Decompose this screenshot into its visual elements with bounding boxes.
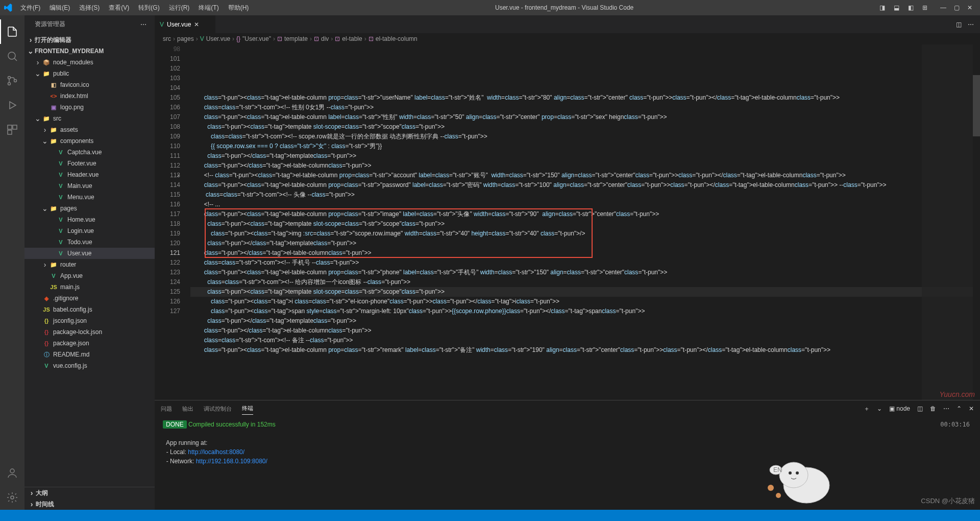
network-url-link[interactable]: http://192.168.0.109:8080/ bbox=[196, 458, 267, 465]
panel-tab-terminal[interactable]: 终端 bbox=[242, 402, 253, 415]
tree-item-src[interactable]: ⌄📁src bbox=[24, 113, 155, 124]
file-icon: ⓘ bbox=[42, 351, 51, 359]
tree-item-logo-png[interactable]: ▣logo.png bbox=[24, 102, 155, 113]
menu-go[interactable]: 转到(G) bbox=[134, 2, 163, 14]
titlebar: 文件(F) 编辑(E) 选择(S) 查看(V) 转到(G) 运行(R) 终端(T… bbox=[0, 0, 980, 15]
outline-section[interactable]: › 大纲 bbox=[24, 487, 155, 499]
chevron-right-icon: › bbox=[27, 36, 35, 44]
tree-item-public[interactable]: ⌄📁public bbox=[24, 68, 155, 79]
tree-item-header-vue[interactable]: VHeader.vue bbox=[24, 169, 155, 180]
code-content[interactable]: class="t-pun"><class="t-tag">el-table-co… bbox=[190, 44, 980, 400]
terminal-shell-label[interactable]: ▣ node bbox=[889, 405, 910, 412]
maximize-button[interactable]: ▢ bbox=[950, 2, 963, 14]
close-tab-icon[interactable]: ✕ bbox=[194, 21, 199, 28]
menu-edit[interactable]: 编辑(E) bbox=[45, 2, 74, 14]
breadcrumb[interactable]: src› pages› VUser.vue› {}"User.vue"› ⊡te… bbox=[155, 33, 980, 44]
file-icon: JS bbox=[49, 284, 58, 290]
tree-item-menu-vue[interactable]: VMenu.vue bbox=[24, 192, 155, 203]
sidebar-more-icon[interactable]: ⋯ bbox=[140, 21, 146, 28]
tree-item-router[interactable]: ›📁router bbox=[24, 259, 155, 270]
terminal-output[interactable]: 00:03:16 DONE Compiled successfully in 1… bbox=[155, 417, 980, 510]
project-root-section[interactable]: ⌄ FRONTEND_MYDREAM bbox=[24, 45, 155, 57]
tab-user-vue[interactable]: V User.vue ✕ bbox=[155, 15, 216, 33]
panel-tab-debug[interactable]: 调试控制台 bbox=[204, 403, 232, 415]
search-icon[interactable] bbox=[0, 44, 24, 68]
tree-item-login-vue[interactable]: VLogin.vue bbox=[24, 225, 155, 236]
tree-item-assets[interactable]: ›📁assets bbox=[24, 124, 155, 135]
maximize-panel-icon[interactable]: ⌃ bbox=[957, 405, 962, 412]
chevron-down-icon: ⌄ bbox=[27, 47, 35, 55]
explorer-icon[interactable] bbox=[0, 19, 24, 44]
minimize-button[interactable]: — bbox=[937, 2, 949, 14]
svg-point-12 bbox=[796, 471, 799, 475]
scrollbar-thumb[interactable] bbox=[973, 75, 980, 136]
editor-more-icon[interactable]: ⋯ bbox=[968, 21, 974, 28]
code-editor[interactable]: 98 1011021031041051061071081091101111121… bbox=[155, 44, 980, 400]
tree-item-index-html[interactable]: <>index.html bbox=[24, 90, 155, 102]
menu-help[interactable]: 帮助(H) bbox=[224, 2, 253, 14]
split-editor-icon[interactable]: ◫ bbox=[956, 21, 962, 28]
open-editors-section[interactable]: › 打开的编辑器 bbox=[24, 34, 155, 45]
tree-item-footer-vue[interactable]: VFooter.vue bbox=[24, 158, 155, 169]
tree-item-home-vue[interactable]: VHome.vue bbox=[24, 214, 155, 225]
file-icon: ◈ bbox=[42, 295, 51, 302]
menu-run[interactable]: 运行(R) bbox=[165, 2, 194, 14]
file-icon: V bbox=[56, 149, 65, 155]
tree-item-main-js[interactable]: JSmain.js bbox=[24, 281, 155, 293]
editor-area: V User.vue ✕ ◫ ⋯ src› pages› VUser.vue› … bbox=[155, 15, 980, 510]
tree-item-package-lock-json[interactable]: {}package-lock.json bbox=[24, 326, 155, 338]
tree-item-app-vue[interactable]: VApp.vue bbox=[24, 270, 155, 281]
close-panel-icon[interactable]: ✕ bbox=[969, 405, 974, 412]
local-url-link[interactable]: http://localhost:8080/ bbox=[188, 448, 244, 456]
tree-item-pages[interactable]: ⌄📁pages bbox=[24, 203, 155, 214]
svg-point-11 bbox=[789, 471, 792, 475]
tree-item-node-modules[interactable]: ›📦node_modules bbox=[24, 57, 155, 68]
accounts-icon[interactable] bbox=[0, 461, 24, 485]
file-icon: {} bbox=[42, 329, 51, 335]
panel-tab-output[interactable]: 输出 bbox=[182, 403, 193, 415]
menu-view[interactable]: 查看(V) bbox=[105, 2, 133, 14]
file-icon: V bbox=[56, 250, 65, 256]
tree-item-components[interactable]: ⌄📁components bbox=[24, 135, 155, 147]
kill-terminal-icon[interactable]: 🗑 bbox=[930, 405, 936, 412]
tree-item-package-json[interactable]: {}package.json bbox=[24, 338, 155, 349]
close-button[interactable]: ✕ bbox=[964, 2, 976, 14]
extensions-icon[interactable] bbox=[0, 117, 24, 142]
tree-item-main-vue[interactable]: VMain.vue bbox=[24, 180, 155, 192]
toggle-secondary-sidebar-icon[interactable]: ◧ bbox=[904, 2, 917, 14]
toggle-panel-icon[interactable]: ⬓ bbox=[890, 2, 902, 14]
tree-item-jsconfig-json[interactable]: {}jsconfig.json bbox=[24, 315, 155, 326]
tree-item-user-vue[interactable]: VUser.vue bbox=[24, 248, 155, 259]
menu-file[interactable]: 文件(F) bbox=[16, 2, 44, 14]
panel-tab-problems[interactable]: 问题 bbox=[161, 403, 172, 415]
activity-bar bbox=[0, 15, 24, 510]
minimap[interactable] bbox=[922, 44, 973, 400]
menu-selection[interactable]: 选择(S) bbox=[75, 2, 104, 14]
tree-item-vue-config-js[interactable]: Vvue.config.js bbox=[24, 360, 155, 371]
watermark-yuucn: Yuucn.com bbox=[939, 390, 975, 398]
tree-item-captcha-vue[interactable]: VCaptcha.vue bbox=[24, 147, 155, 158]
split-terminal-icon[interactable]: ◫ bbox=[917, 405, 923, 412]
tree-item-todo-vue[interactable]: VTodo.vue bbox=[24, 236, 155, 248]
settings-icon[interactable] bbox=[0, 485, 24, 510]
customize-layout-icon[interactable]: ⊞ bbox=[919, 2, 931, 14]
file-icon: V bbox=[56, 183, 65, 189]
terminal-dropdown-icon[interactable]: ⌄ bbox=[877, 405, 882, 412]
timeline-section[interactable]: › 时间线 bbox=[24, 499, 155, 510]
menu-terminal[interactable]: 终端(T) bbox=[194, 2, 223, 14]
run-debug-icon[interactable] bbox=[0, 93, 24, 117]
chevron-icon: ⌄ bbox=[34, 69, 42, 78]
tree-item-babel-config-js[interactable]: JSbabel.config.js bbox=[24, 304, 155, 315]
file-icon: V bbox=[56, 160, 65, 167]
panel-more-icon[interactable]: ⋯ bbox=[943, 405, 949, 412]
tree-item--gitignore[interactable]: ◈.gitignore bbox=[24, 293, 155, 304]
status-bar[interactable] bbox=[0, 510, 980, 521]
source-control-icon[interactable] bbox=[0, 68, 24, 93]
watermark-csdn: CSDN @小花皮猪 bbox=[921, 496, 975, 506]
tree-item-favicon-ico[interactable]: ◧favicon.ico bbox=[24, 79, 155, 90]
chevron-icon: › bbox=[41, 260, 49, 269]
tree-item-readme-md[interactable]: ⓘREADME.md bbox=[24, 349, 155, 360]
editor-scrollbar[interactable] bbox=[973, 44, 980, 400]
new-terminal-icon[interactable]: ＋ bbox=[864, 405, 870, 413]
toggle-primary-sidebar-icon[interactable]: ◨ bbox=[876, 2, 888, 14]
